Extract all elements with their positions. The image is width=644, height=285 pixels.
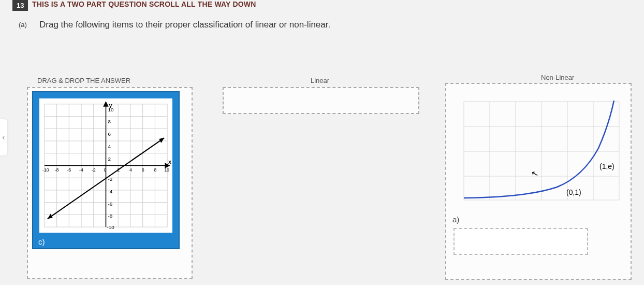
column-header-linear: Linear	[311, 77, 329, 84]
svg-text:10: 10	[164, 167, 169, 173]
point-label-1e: (1,e)	[599, 162, 614, 170]
svg-text:-4: -4	[108, 189, 112, 194]
card-c-chart: y x 10 8 6 4 2 -2 -4 -6 -8 -10 -10 -8 -6…	[39, 98, 172, 233]
svg-text:8: 8	[154, 167, 156, 173]
svg-text:4: 4	[108, 144, 111, 149]
draggable-card-a[interactable]: (0,1) (1,e) ↖ a)	[453, 91, 624, 210]
svg-text:-10: -10	[107, 224, 114, 230]
part-label: (a)	[19, 21, 27, 28]
prev-chevron-button[interactable]: ‹	[0, 119, 7, 155]
svg-text:6: 6	[108, 131, 111, 137]
question-banner-text: THIS IS A TWO PART QUESTION SCROLL ALL T…	[32, 0, 256, 8]
card-c-label: c)	[38, 237, 45, 246]
linear-dropzone[interactable]	[223, 87, 419, 114]
svg-text:-6: -6	[108, 201, 112, 207]
svg-text:-10: -10	[42, 167, 49, 173]
svg-text:-6: -6	[67, 167, 71, 173]
svg-marker-24	[104, 102, 108, 106]
svg-text:2: 2	[108, 156, 111, 162]
x-axis-label: x	[168, 159, 171, 165]
question-number-badge: 13	[12, 0, 28, 11]
column-header-drag: DRAG & DROP THE ANSWER	[37, 77, 130, 84]
exp-graph-svg: (0,1) (1,e)	[453, 91, 624, 210]
svg-text:0: 0	[104, 167, 107, 173]
card-a-empty-slot[interactable]	[453, 228, 588, 255]
card-a-label: a)	[452, 215, 459, 224]
svg-text:-8: -8	[108, 213, 112, 219]
question-prompt: Drag the following items to their proper…	[39, 20, 330, 30]
draggable-card-c[interactable]: y x 10 8 6 4 2 -2 -4 -6 -8 -10 -10 -8 -6…	[32, 91, 180, 249]
svg-text:8: 8	[108, 119, 111, 124]
svg-text:4: 4	[129, 167, 132, 173]
svg-text:10: 10	[108, 107, 113, 112]
svg-text:6: 6	[142, 167, 144, 173]
point-label-01: (0,1)	[566, 188, 581, 196]
svg-text:-8: -8	[55, 167, 59, 173]
linear-graph-svg: y x 10 8 6 4 2 -2 -4 -6 -8 -10 -10 -8 -6…	[39, 98, 172, 233]
chevron-left-icon: ‹	[2, 133, 5, 142]
svg-text:-2: -2	[92, 167, 96, 173]
column-header-nonlinear: Non-Linear	[541, 74, 574, 81]
svg-text:-4: -4	[79, 167, 83, 173]
